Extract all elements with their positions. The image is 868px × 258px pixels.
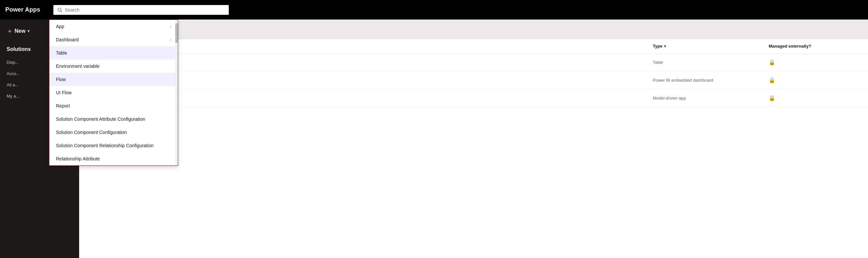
dropdown-item-scrc[interactable]: Solution Component Relationship Configur… — [49, 139, 178, 152]
col-type-label: Type — [653, 44, 662, 49]
row-name-0: account — [106, 60, 653, 65]
row-managed-2: 🔒 — [769, 95, 861, 101]
chevron-right-icon-dashboard: › — [170, 38, 171, 42]
dropdown-item-scac-label: Solution Component Attribute Configurati… — [56, 116, 145, 122]
lock-icon-2: 🔒 — [769, 95, 775, 101]
dropdown-item-env-var-label: Environment variable — [56, 64, 100, 69]
table-row: ··· crfb6_Myapp Model-driven app 🔒 — [79, 89, 868, 107]
table-row: ··· account Table 🔒 — [79, 53, 868, 71]
dropdown-item-ui-flow[interactable]: UI Flow — [49, 86, 178, 99]
new-dropdown-menu: App › Dashboard › Table Environment vari… — [49, 20, 178, 166]
svg-line-1 — [61, 10, 62, 11]
toolbar: ublish all customizations ··· — [79, 20, 868, 39]
row-name-1: All accounts revenue — [106, 78, 653, 83]
dropdown-item-env-var[interactable]: Environment variable — [49, 60, 178, 73]
dropdown-item-rel-attr-label: Relationship Attribute — [56, 156, 100, 161]
search-box[interactable] — [53, 5, 229, 15]
new-button-label: New — [14, 28, 26, 34]
dropdown-item-rel-attr[interactable]: Relationship Attribute — [49, 152, 178, 165]
chevron-down-icon: ▾ — [28, 29, 29, 33]
dropdown-item-dashboard-label: Dashboard — [56, 37, 79, 42]
search-input[interactable] — [65, 7, 225, 12]
dropdown-item-scrc-label: Solution Component Relationship Configur… — [56, 143, 154, 148]
col-header-name: Name — [106, 44, 653, 49]
dropdown-scrollbar[interactable] — [175, 20, 178, 165]
plus-icon: ＋ — [7, 27, 12, 35]
dropdown-item-table-label: Table — [56, 50, 67, 56]
dropdown-item-dashboard[interactable]: Dashboard › — [49, 33, 178, 46]
sort-icon-type[interactable]: ∨ — [664, 44, 666, 48]
search-icon — [58, 8, 62, 12]
content-area: ublish all customizations ··· Name Type … — [79, 20, 868, 258]
dropdown-item-table[interactable]: Table — [49, 46, 178, 60]
dropdown-item-app[interactable]: App › — [49, 20, 178, 33]
chevron-right-icon-app: › — [170, 25, 171, 29]
dropdown-item-flow-label: Flow — [56, 77, 66, 82]
top-bar: Power Apps — [0, 0, 868, 20]
main-wrapper: ＋ New ▾ Solutions Disp... Acco... All a.… — [0, 20, 868, 258]
dropdown-item-report-label: Report — [56, 103, 70, 109]
dropdown-scrollbar-thumb[interactable] — [175, 23, 178, 43]
dropdown-item-scac[interactable]: Solution Component Attribute Configurati… — [49, 112, 178, 126]
dropdown-item-app-label: App — [56, 24, 64, 29]
table-row: ··· All accounts revenue Power BI embedd… — [79, 71, 868, 89]
dropdown-item-flow[interactable]: Flow — [49, 73, 178, 86]
row-type-0: Table — [653, 60, 769, 65]
app-title: Power Apps — [5, 6, 40, 13]
table-area: Name Type ∨ Managed externally? ··· acco… — [79, 39, 868, 258]
table-header: Name Type ∨ Managed externally? — [79, 39, 868, 53]
row-type-1: Power BI embedded dashboard — [653, 78, 769, 83]
lock-icon-0: 🔒 — [769, 59, 775, 66]
dropdown-item-scc-label: Solution Component Configuration — [56, 130, 127, 135]
row-type-2: Model-driven app — [653, 96, 769, 101]
col-header-managed: Managed externally? — [769, 44, 861, 49]
dropdown-item-ui-flow-label: UI Flow — [56, 90, 71, 95]
col-header-type: Type ∨ — [653, 44, 769, 49]
row-name-2: crfb6_Myapp — [106, 96, 653, 101]
dropdown-item-scc[interactable]: Solution Component Configuration — [49, 126, 178, 139]
lock-icon-1: 🔒 — [769, 77, 775, 83]
row-managed-1: 🔒 — [769, 77, 861, 83]
dropdown-item-report[interactable]: Report — [49, 99, 178, 112]
row-managed-0: 🔒 — [769, 59, 861, 66]
